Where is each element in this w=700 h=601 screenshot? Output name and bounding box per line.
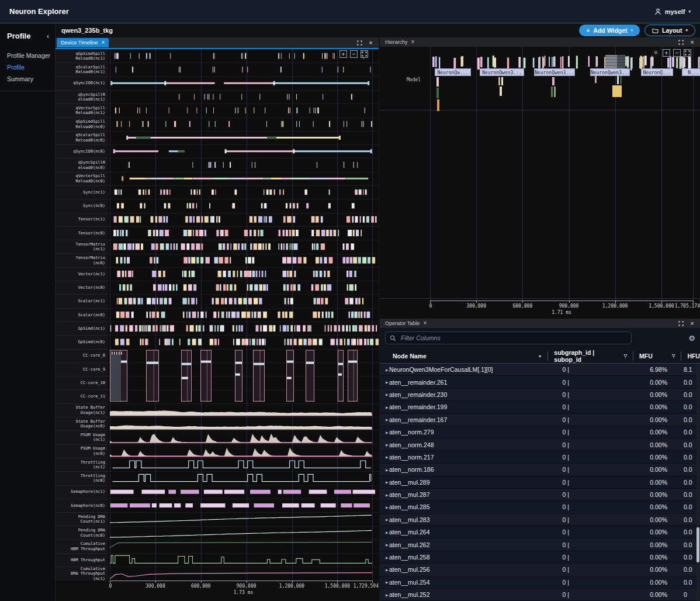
expand-row-icon[interactable]: ▶ — [380, 468, 388, 472]
table-row[interactable]: ▶aten__remainder.1990 |0.00%0.0 — [380, 401, 700, 413]
zoom-in-button[interactable]: + — [339, 50, 347, 58]
table-row[interactable]: ▶aten__remainder.2300 |0.00%0.0 — [380, 389, 700, 401]
track-label[interactable]: TensorMatrix (nc1) — [56, 240, 108, 253]
sidebar-collapse-icon[interactable]: ‹ — [47, 32, 49, 40]
track-label[interactable]: HBM Throughput — [56, 553, 108, 567]
sidebar-item-profile[interactable]: Profile — [7, 61, 55, 73]
hierarchy-node-block[interactable]: NeuronQ... — [641, 68, 673, 76]
track-label[interactable]: qScalarSpill Reload0(nc1) — [56, 63, 108, 76]
filter-columns-input[interactable] — [385, 331, 632, 344]
track-label[interactable]: Tensor(nc0) — [56, 226, 108, 240]
scrollbar-thumb[interactable] — [696, 527, 699, 562]
device-timeline-tab[interactable]: Device Timeline × — [57, 38, 109, 47]
table-row[interactable]: ▶NeuronQwen3MoeForCausalLM[.1][0]0 |6.98… — [380, 364, 700, 376]
track-label[interactable]: Cumulative HBM Throughput — [56, 540, 108, 553]
table-row[interactable]: ▶aten__norm.2170 |0.00%0.0 — [380, 451, 700, 464]
hierarchy-plot-canvas[interactable] — [380, 47, 700, 300]
table-row[interactable]: ▶aten__norm.1860 |0.00%0.0 — [380, 464, 700, 476]
track-label[interactable]: qSyncIO0(nc0) — [56, 144, 108, 158]
sort-icon[interactable]: ▽ — [672, 354, 675, 358]
column-mfu[interactable]: MFU ▽ — [639, 353, 675, 360]
expand-row-icon[interactable]: ▶ — [380, 417, 388, 422]
track-label[interactable]: Vector(nc1) — [56, 267, 108, 281]
hierarchy-node-block[interactable]: NeuronQwen3... — [590, 68, 630, 76]
zoom-fit-button[interactable] — [684, 49, 691, 57]
track-label[interactable]: CC-core_9 — [56, 362, 108, 376]
column-node-name[interactable]: Node Name ▼ — [380, 353, 542, 360]
track-label[interactable]: Pending DMA Count(nc0) — [56, 526, 108, 539]
track-label[interactable]: Semaphore(nc0) — [56, 499, 108, 512]
timeline-plot-canvas[interactable] — [108, 49, 379, 582]
table-row[interactable]: ▶aten__mul.2620 |0.00%0.0 — [380, 538, 700, 551]
track-label[interactable]: TensorMatrix (nc0) — [56, 253, 108, 267]
tab-close-icon[interactable]: × — [102, 40, 105, 46]
table-row[interactable]: ▶aten__mul.2850 |0.00%0.0 — [380, 501, 700, 513]
expand-row-icon[interactable]: ▶ — [380, 517, 388, 521]
track-label[interactable]: CC-core_8 — [56, 349, 108, 362]
table-row[interactable]: ▶aten__mul.2830 |0.00%0.0 — [380, 514, 700, 526]
tab-close-icon[interactable]: × — [423, 320, 427, 326]
track-label[interactable]: Cumulative DMA Throughput (nc1) — [56, 567, 108, 580]
track-label[interactable]: PSUM Usage (nc0) — [56, 444, 108, 458]
expand-row-icon[interactable]: ▶ — [380, 530, 388, 534]
track-label[interactable]: GpSimd(nc0) — [56, 335, 108, 348]
profile-tab-name[interactable]: qwen3_235b_tkg — [61, 27, 113, 34]
close-panel-icon[interactable]: × — [689, 39, 695, 46]
expand-row-icon[interactable]: ▶ — [380, 568, 388, 572]
expand-row-icon[interactable]: ▶ — [380, 543, 388, 547]
column-subgraph-id[interactable]: subgraph_id | subop_id ▽ — [554, 349, 627, 363]
track-label[interactable]: Sync(nc0) — [56, 199, 108, 212]
table-row[interactable]: ▶aten__norm.2480 |0.00%0.0 — [380, 438, 700, 451]
operator-table-tab[interactable]: Operator Table × — [381, 319, 431, 328]
table-row[interactable]: ▶aten__mul.2870 |0.00%0.0 — [380, 489, 700, 501]
zoom-fit-button[interactable] — [361, 50, 368, 58]
table-row[interactable]: ▶aten__remainder.2610 |0.00%0.0 — [380, 376, 700, 388]
table-row[interactable]: ▶aten__mul.2560 |0.00%0.0 — [380, 564, 700, 576]
sidebar-item-summary[interactable]: Summary — [7, 73, 55, 85]
expand-row-icon[interactable]: ▶ — [380, 493, 388, 497]
expand-row-icon[interactable]: ▶ — [380, 580, 388, 584]
expand-row-icon[interactable]: ▶ — [380, 430, 388, 434]
expand-row-icon[interactable]: ▶ — [380, 505, 388, 509]
expand-row-icon[interactable]: ▶ — [380, 480, 388, 484]
track-label[interactable]: Semaphore(nc1) — [56, 485, 108, 499]
track-label[interactable]: CC-core_10 — [56, 376, 108, 389]
table-row[interactable]: ▶aten__mul.2580 |0.00%0.0 — [380, 551, 700, 564]
table-row[interactable]: ▶aten__mul.2640 |0.00%0.0 — [380, 526, 700, 538]
track-label[interactable]: GpSimd(nc1) — [56, 322, 108, 335]
tab-close-icon[interactable]: × — [411, 39, 415, 45]
close-panel-icon[interactable]: × — [368, 40, 374, 46]
track-label[interactable]: Scalar(nc1) — [56, 294, 108, 308]
expand-row-icon[interactable]: ▶ — [380, 405, 388, 409]
table-scrollbar[interactable] — [696, 364, 699, 601]
sort-icon[interactable]: ▽ — [624, 354, 627, 358]
hierarchy-node-block[interactable]: NeuronQw... — [435, 68, 471, 76]
expand-row-icon[interactable]: ▶ — [380, 455, 388, 459]
expand-row-icon[interactable]: ▶ — [380, 380, 388, 384]
track-label[interactable]: qGpSimdSpill Reload0(nc1) — [56, 49, 108, 63]
track-label[interactable]: Tensor(nc1) — [56, 213, 108, 226]
zoom-out-button[interactable]: − — [673, 49, 681, 57]
layout-button[interactable]: Layout ▾ — [644, 25, 695, 36]
expand-panel-icon[interactable] — [356, 40, 363, 46]
track-label[interactable]: PSUM Usage (nc1) — [56, 430, 108, 444]
table-row[interactable]: ▶aten__remainder.1670 |0.00%0.0 — [380, 414, 700, 426]
sidebar-item-profile-manager[interactable]: Profile Manager — [7, 50, 55, 61]
track-label[interactable]: qSyncSpillR eload0(nc0) — [56, 158, 108, 171]
track-label[interactable]: qVectorSpill Reload0(nc0) — [56, 172, 108, 185]
hierarchy-tab[interactable]: Hierarchy × — [381, 37, 418, 47]
expand-row-icon[interactable]: ▶ — [380, 368, 388, 372]
hierarchy-node-block[interactable]: NeuronQwen3... — [534, 68, 575, 76]
track-label[interactable]: Throttling (nc0) — [56, 471, 108, 485]
table-row[interactable]: ▶aten__mul.2540 |0.00%0.0 — [380, 576, 700, 589]
track-label[interactable]: qGpSimdSpill Reload0(nc0) — [56, 117, 108, 130]
track-label[interactable]: qSyncIO0(nc1) — [56, 77, 108, 90]
track-label[interactable]: Vector(nc0) — [56, 281, 108, 294]
hierarchy-node-block[interactable]: N... — [682, 68, 700, 76]
expand-panel-icon[interactable] — [678, 320, 684, 327]
expand-row-icon[interactable]: ▶ — [380, 443, 388, 447]
column-hfu[interactable]: HFU — [687, 353, 700, 360]
track-label[interactable]: Throttling (nc1) — [56, 458, 108, 471]
expand-panel-icon[interactable] — [678, 39, 684, 46]
track-label[interactable]: State Buffer Usage(nc0) — [56, 417, 108, 430]
